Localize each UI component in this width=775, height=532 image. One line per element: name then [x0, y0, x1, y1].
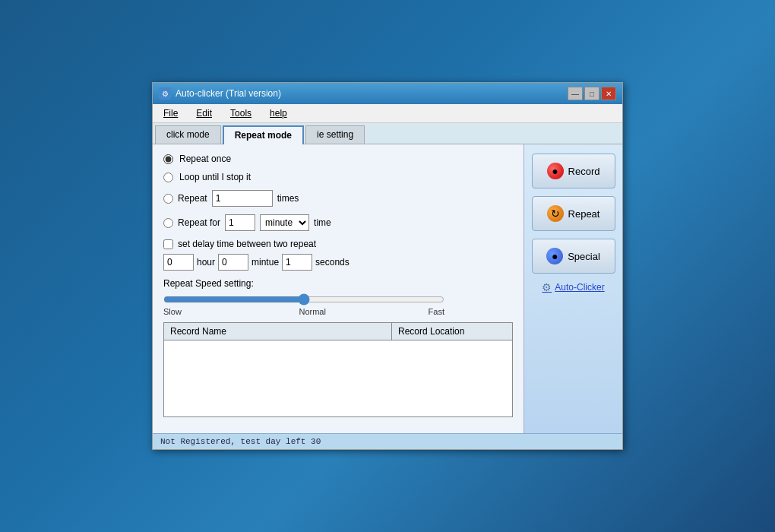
- speed-label: Repeat Speed setting:: [163, 278, 513, 289]
- repeat-once-label: Repeat once: [179, 154, 231, 164]
- repeat-for-radio[interactable]: [163, 218, 173, 228]
- table-header: Record Name Record Location: [164, 323, 512, 340]
- menu-help[interactable]: help: [265, 106, 292, 121]
- window-controls: — □ ✕: [568, 87, 616, 100]
- gear-icon: ⚙: [542, 281, 552, 293]
- record-icon: ●: [547, 163, 564, 179]
- second-input[interactable]: [282, 254, 312, 271]
- menu-edit[interactable]: Edit: [191, 106, 217, 121]
- table-col-record-location: Record Location: [392, 323, 512, 340]
- window-title: Auto-clicker (Trial version): [176, 88, 281, 99]
- menu-bar: File Edit Tools help: [153, 104, 622, 123]
- times-label: times: [277, 193, 299, 204]
- maximize-button[interactable]: □: [584, 87, 599, 100]
- repeat-button[interactable]: ↻ Repeat: [532, 196, 615, 231]
- minute-input[interactable]: [218, 254, 248, 271]
- delay-inputs-row: hour mintue seconds: [163, 254, 513, 271]
- main-window: ⚙ Auto-clicker (Trial version) — □ ✕ Fil…: [152, 82, 623, 450]
- tab-bar: click mode Repeat mode ie setting: [153, 123, 622, 144]
- status-bar: Not Registered, test day left 30: [153, 433, 622, 449]
- hour-label: hour: [197, 257, 215, 268]
- special-label: Special: [568, 251, 600, 262]
- loop-until-row: Loop until I stop it: [163, 172, 513, 182]
- main-content: Repeat once Loop until I stop it Repeat …: [153, 144, 622, 433]
- repeat-label: Repeat: [568, 208, 600, 220]
- delay-checkbox[interactable]: [163, 239, 173, 249]
- repeat-icon: ↻: [547, 205, 564, 222]
- repeat-once-radio[interactable]: [163, 154, 173, 164]
- speed-fast: Fast: [429, 307, 444, 316]
- repeat-for-row: Repeat for minute hour second time: [163, 214, 513, 231]
- time-unit-select[interactable]: minute hour second: [260, 214, 309, 231]
- speed-normal: Normal: [299, 307, 325, 316]
- status-text: Not Registered, test day left 30: [160, 437, 321, 446]
- repeat-for-input[interactable]: [225, 214, 255, 231]
- time-label: time: [314, 217, 331, 228]
- table-body: [164, 340, 512, 416]
- hour-input[interactable]: [163, 254, 194, 271]
- speed-slider[interactable]: [163, 292, 444, 307]
- tab-click-mode[interactable]: click mode: [155, 125, 221, 144]
- repeat-label: Repeat: [178, 193, 207, 204]
- special-icon: ●: [546, 248, 563, 264]
- delay-label: set delay time between two repeat: [178, 239, 316, 249]
- title-bar-left: ⚙ Auto-clicker (Trial version): [159, 87, 281, 100]
- close-button[interactable]: ✕: [601, 87, 616, 100]
- loop-until-label: Loop until I stop it: [179, 172, 251, 182]
- right-panel: ● Record ↻ Repeat ● Special ⚙ Auto-Click…: [524, 144, 622, 433]
- app-icon: ⚙: [159, 87, 171, 100]
- repeat-times-row: Repeat times: [163, 190, 513, 207]
- title-bar: ⚙ Auto-clicker (Trial version) — □ ✕: [153, 83, 622, 104]
- table-col-record-name: Record Name: [164, 323, 392, 340]
- auto-clicker-link[interactable]: ⚙ Auto-Clicker: [542, 281, 604, 293]
- left-panel: Repeat once Loop until I stop it Repeat …: [153, 144, 524, 433]
- second-label: seconds: [315, 257, 350, 268]
- minute-label: mintue: [251, 257, 279, 268]
- auto-clicker-label: Auto-Clicker: [555, 282, 604, 293]
- delay-checkbox-row: set delay time between two repeat: [163, 239, 513, 249]
- speed-slider-container: [163, 292, 444, 307]
- repeat-times-input[interactable]: [212, 190, 273, 207]
- loop-until-radio[interactable]: [163, 173, 173, 182]
- speed-section: Repeat Speed setting: Slow Normal Fast: [163, 278, 513, 316]
- tab-ie-setting[interactable]: ie setting: [305, 125, 365, 144]
- menu-tools[interactable]: Tools: [226, 106, 256, 121]
- menu-file[interactable]: File: [159, 106, 182, 121]
- record-table: Record Name Record Location: [163, 322, 513, 417]
- tab-repeat-mode[interactable]: Repeat mode: [223, 125, 304, 144]
- repeat-once-row: Repeat once: [163, 154, 513, 164]
- record-label: Record: [568, 166, 600, 177]
- special-button[interactable]: ● Special: [532, 239, 615, 274]
- repeat-times-radio[interactable]: [163, 194, 173, 204]
- minimize-button[interactable]: —: [568, 87, 583, 100]
- repeat-for-label: Repeat for: [178, 217, 220, 228]
- speed-slow: Slow: [163, 307, 182, 316]
- record-button[interactable]: ● Record: [532, 154, 615, 188]
- speed-labels: Slow Normal Fast: [163, 307, 444, 316]
